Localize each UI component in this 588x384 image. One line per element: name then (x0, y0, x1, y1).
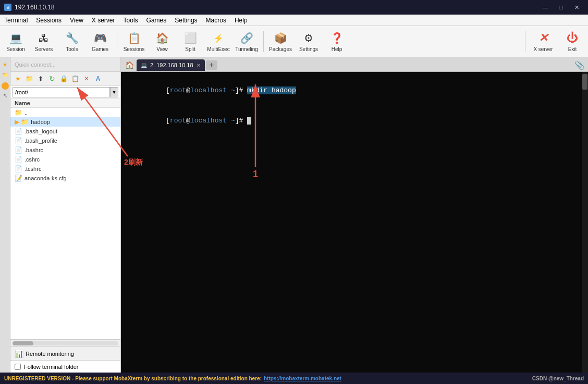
close-button[interactable]: ✕ (569, 2, 584, 13)
tree-item-bash-logout[interactable]: 📄 .bash_logout (10, 127, 120, 136)
toolbar-right: ✕ X server ⏻ Exit (523, 28, 586, 56)
name-column-header: Name (15, 100, 30, 106)
path-input[interactable] (13, 87, 110, 97)
maximize-button[interactable]: □ (554, 2, 568, 13)
sidebar-btn-text[interactable]: A (93, 73, 103, 84)
tab-home-button[interactable]: 🏠 (123, 59, 136, 71)
multiexec-icon: ⚡ (211, 31, 226, 45)
toolbar-servers[interactable]: 🖧 Servers (30, 28, 57, 56)
sidebar-toolbar: ★ 📁 ⬆ ↻ 🔒 📋 ✕ A (10, 72, 120, 86)
file-icon-bashrc: 📄 (15, 146, 22, 154)
left-icon-files[interactable]: 📁 (1, 70, 10, 79)
tab-close-button[interactable]: ✕ (197, 63, 201, 68)
toolbar-tunneling[interactable]: 🔗 Tunneling (233, 28, 260, 56)
status-link[interactable]: https://mobaxterm.mobatek.net (264, 376, 341, 381)
toolbar-packages[interactable]: 📦 Packages (267, 28, 294, 56)
tab-session[interactable]: 💻 2. 192.168.10.18 ✕ (137, 59, 205, 71)
toolbar-split[interactable]: ⬜ Split (177, 28, 204, 56)
vscroll-thumb[interactable] (582, 74, 587, 90)
terminal-line-1: [root@localhost ~]# mkdir hadoop (125, 75, 578, 106)
sidebar-btn-refresh[interactable]: ↻ (47, 73, 57, 84)
tree-item-hadoop[interactable]: ▶ 📁 hadoop (10, 117, 120, 127)
menu-tools[interactable]: Tools (119, 15, 142, 26)
tree-item-cshrc[interactable]: 📄 .cshrc (10, 155, 120, 164)
tab-new-button[interactable]: + (206, 60, 217, 70)
terminal-area: 🏠 💻 2. 192.168.10.18 ✕ + 📎 [root@localho… (121, 57, 588, 373)
sidebar-btn-delete[interactable]: ✕ (81, 73, 92, 84)
titlebar: 🖥 192.168.10.18 — □ ✕ (0, 0, 588, 15)
toolbar-help[interactable]: ❓ Help (323, 28, 350, 56)
remote-monitoring-button[interactable]: 📊 Remote monitoring (10, 346, 120, 360)
remote-monitoring-label: Remote monitoring (26, 351, 74, 357)
statusbar: UNREGISTERED VERSION - Please support Mo… (0, 373, 588, 384)
left-icon-star[interactable]: ★ (1, 59, 10, 69)
terminal-vscrollbar[interactable] (582, 72, 588, 373)
toolbar-xserver[interactable]: ✕ X server (528, 28, 559, 56)
view-icon: 🏠 (155, 31, 169, 45)
sidebar-btn-lock[interactable]: 🔒 (58, 73, 69, 84)
sidebar-hscroll[interactable] (10, 339, 120, 346)
tree-item-anaconda[interactable]: 📝 anaconda-ks.cfg (10, 174, 120, 183)
hscroll-thumb[interactable] (13, 341, 33, 345)
session-icon: 💻 (8, 31, 23, 45)
toolbar-games[interactable]: 🎮 Games (87, 28, 114, 56)
help-icon: ❓ (329, 31, 344, 45)
menu-settings[interactable]: Settings (170, 15, 201, 26)
tree-item-tcshrc[interactable]: 📄 .tcshrc (10, 164, 120, 174)
sidebar-btn-star[interactable]: ★ (13, 73, 23, 84)
status-text: UNREGISTERED VERSION - Please support Mo… (4, 376, 262, 381)
xserver-icon: ✕ (536, 31, 550, 45)
toolbar-tools[interactable]: 🔧 Tools (58, 28, 85, 56)
monitor-icon: 📊 (15, 350, 23, 358)
window-controls: — □ ✕ (538, 2, 584, 13)
tab-terminal-icon: 💻 (141, 63, 147, 68)
quick-connect-bar: Quick connect... (10, 57, 120, 72)
tree-item-parent[interactable]: 📁 .. (10, 108, 120, 117)
tree-item-bashrc[interactable]: 📄 .bashrc (10, 145, 120, 155)
toolbar-settings[interactable]: ⚙ Settings (295, 28, 322, 56)
file-icon-anaconda: 📝 (15, 175, 22, 182)
follow-terminal-checkbox[interactable] (15, 364, 21, 370)
left-icon-circle[interactable] (2, 82, 9, 90)
menu-help[interactable]: Help (230, 15, 252, 26)
toolbar-divider-3 (525, 31, 525, 52)
sidebar-btn-copy[interactable]: 📋 (70, 73, 80, 84)
toolbar: 💻 Session 🖧 Servers 🔧 Tools 🎮 Games 📋 Se… (0, 26, 588, 57)
menu-view[interactable]: View (66, 15, 88, 26)
sidebar: ★ 📁 ↖ Quick connect... ★ 📁 ⬆ ↻ 🔒 📋 ✕ A (0, 57, 121, 373)
menu-games[interactable]: Games (142, 15, 171, 26)
sidebar-btn-folder[interactable]: 📁 (24, 73, 34, 84)
terminal-content[interactable]: [root@localhost ~]# mkdir hadoop [root@l… (121, 72, 582, 373)
toolbar-divider-2 (263, 31, 264, 52)
menu-sessions[interactable]: Sessions (32, 15, 66, 26)
toolbar-divider-1 (117, 31, 117, 52)
status-right-text: CSDN @new_Thread (532, 376, 584, 381)
main-area: ★ 📁 ↖ Quick connect... ★ 📁 ⬆ ↻ 🔒 📋 ✕ A (0, 57, 588, 373)
path-bar: ▼ (10, 86, 120, 99)
follow-terminal-label[interactable]: Follow terminal folder (24, 364, 79, 370)
toolbar-session[interactable]: 💻 Session (2, 28, 29, 56)
menu-xserver[interactable]: X server (88, 15, 119, 26)
file-tree-header: Name (10, 99, 120, 108)
menu-terminal[interactable]: Terminal (0, 15, 32, 26)
menu-macros[interactable]: Macros (202, 15, 230, 26)
tab-attachment-icon[interactable]: 📎 (573, 59, 586, 71)
path-dropdown[interactable]: ▼ (110, 87, 118, 97)
file-icon-bash-profile: 📄 (15, 137, 22, 144)
file-icon-bash-logout: 📄 (15, 128, 22, 135)
sidebar-btn-up[interactable]: ⬆ (35, 73, 46, 84)
folder-icon-hadoop: ▶ 📁 (15, 118, 29, 126)
left-icon-pointer[interactable]: ↖ (1, 91, 10, 100)
toolbar-multiexec[interactable]: ⚡ MultiExec (205, 28, 232, 56)
minimize-button[interactable]: — (538, 2, 553, 13)
split-icon: ⬜ (183, 31, 198, 45)
toolbar-exit[interactable]: ⏻ Exit (559, 28, 586, 56)
packages-icon: 📦 (273, 31, 288, 45)
tree-item-bash-profile[interactable]: 📄 .bash_profile (10, 136, 120, 145)
toolbar-sessions[interactable]: 📋 Sessions (120, 28, 148, 56)
cursor-block (247, 117, 251, 125)
terminal-with-scrollbar: [root@localhost ~]# mkdir hadoop [root@l… (121, 72, 588, 373)
toolbar-view[interactable]: 🏠 View (149, 28, 176, 56)
sidebar-content: Quick connect... ★ 📁 ⬆ ↻ 🔒 📋 ✕ A ▼ Name (10, 57, 120, 373)
folder-icon-parent: 📁 (15, 109, 22, 116)
